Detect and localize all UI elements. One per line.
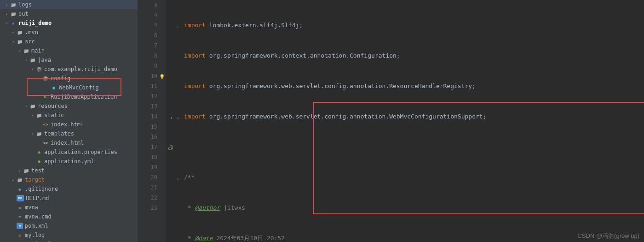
label: index.html [51,140,84,146]
folder-icon [17,29,23,35]
tree-gitignore[interactable]: .gitignore [0,184,138,194]
folder-icon [36,130,42,137]
label: mvnw [25,204,38,211]
tree-helpmd[interactable]: MDHELP.md [0,194,138,203]
folder-icon [17,38,23,45]
label: java [38,57,51,63]
label: my.log [25,232,45,238]
tree-main[interactable]: main [0,46,138,55]
yaml-icon [36,158,42,165]
folder-icon [23,167,29,174]
label: templates [44,130,74,137]
tree-mvnwcmd[interactable]: mvnw.cmd [0,212,138,221]
tree-appyml[interactable]: application.yml [0,157,138,166]
tree-pom[interactable]: mpom.xml [0,221,138,230]
resources-folder-icon [29,103,36,109]
html-icon [42,140,49,146]
html-icon [42,121,49,128]
label: application.yml [44,158,94,165]
tree-springlog[interactable]: spring.log [0,240,138,242]
gitignore-icon [17,186,23,192]
highlight-box-tree [27,78,121,96]
label: static [44,112,64,118]
file-icon [17,213,23,220]
tree-appprops[interactable]: application.properties [0,148,138,157]
maven-icon: m [17,223,23,229]
markdown-icon: MD [17,195,24,201]
label: main [31,47,45,54]
tree-src[interactable]: src [0,37,138,46]
tree-index1[interactable]: index.html [0,120,138,129]
label: pom.xml [25,223,48,229]
package-icon [36,66,42,72]
watermark: CSDN @冯浩(grow up) [577,232,639,240]
label: logs [18,1,32,8]
module-icon [10,20,17,26]
folder-icon [10,1,17,8]
tree-mylog[interactable]: my.log [0,230,138,240]
fold-icon[interactable]: ⊟ [177,113,181,117]
tree-mvn[interactable]: .mvn [0,28,138,37]
folder-icon [36,112,42,118]
intention-bulb-icon[interactable]: 💡 [159,72,165,82]
tree-test[interactable]: test [0,166,138,175]
tree-static[interactable]: static [0,111,138,120]
code: /** [184,174,195,181]
label: index.html [51,121,84,128]
label: out [18,11,29,17]
tree-templates[interactable]: templates [0,129,138,138]
project-tree[interactable]: logs out ruiji_demo .mvn src main java c… [0,0,138,242]
code-editor[interactable]: 3 4 5 6 7 8 9 10💡 11 12 13 14⬇ 15 16 17o… [138,0,644,242]
label: target [25,177,45,183]
tree-ruiji-demo[interactable]: ruiji_demo [0,18,138,28]
label: ruiji_demo [18,20,52,26]
label: mvnw.cmd [25,213,52,220]
label: application.properties [44,149,117,155]
source-folder-icon [29,57,36,63]
tree-target[interactable]: target [0,175,138,184]
tree-mvnw[interactable]: mvnw [0,203,138,212]
fold-icon[interactable]: ⊟ [177,22,181,26]
label: .gitignore [25,186,58,192]
label: test [31,167,45,174]
fold-icon[interactable]: ⊟ [177,174,181,178]
tree-index2[interactable]: index.html [0,138,138,148]
file-icon [17,232,23,238]
gutter: 3 4 5 6 7 8 9 10💡 11 12 13 14⬇ 15 16 17o… [138,0,166,242]
label: resources [38,103,68,109]
folder-icon [10,11,17,17]
label: com.example.ruiji_demo [44,66,117,72]
tree-out[interactable]: out [0,9,138,18]
label: HELP.md [26,195,49,201]
target-folder-icon [17,177,23,183]
label: .mvn [25,29,38,35]
properties-icon [36,149,42,155]
file-icon [17,204,23,211]
code: lombok.extern.slf4j.Slf4j; [209,22,303,29]
tree-logs[interactable]: logs [0,0,138,9]
folder-icon [23,47,29,54]
tree-package[interactable]: com.example.ruiji_demo [0,65,138,74]
tree-java[interactable]: java [0,55,138,65]
tree-resources[interactable]: resources [0,101,138,111]
code-area[interactable]: ⊟import lombok.extern.slf4j.Slf4j; impor… [166,0,644,242]
label: src [25,38,35,45]
